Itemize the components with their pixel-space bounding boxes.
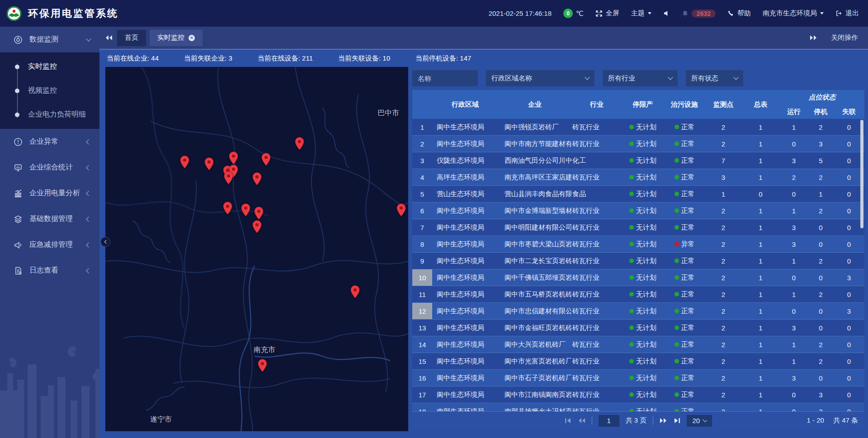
table-row[interactable]: 4高坪生态环境局南充市高坪区王家店建砖瓦行业无计划正常31220 — [412, 169, 864, 186]
sidebar-group-0[interactable]: 数据监测 — [0, 27, 99, 52]
prev-page-button[interactable] — [578, 418, 585, 424]
notification-badge: 2632 — [692, 9, 716, 18]
fullscreen-icon — [595, 10, 603, 17]
sidebar-group-4[interactable]: 基础数据管理 — [0, 206, 99, 232]
status-filter-select[interactable]: 所有状态 — [686, 70, 743, 86]
cell-industry: 砖瓦行业 — [571, 320, 622, 336]
notifications[interactable]: 2632 — [682, 9, 716, 18]
table-row[interactable]: 10阆中生态环境局阆中千佛镇五郎垭页岩砖瓦行业无计划正常21003 — [412, 269, 864, 286]
table-row[interactable]: 9阆中生态环境局阆中市二龙长宝页岩砖砖瓦行业无计划正常21120 — [412, 253, 864, 269]
header-toolbar: 2021-02-25 17:46:18 0 ℃ 全屏 主题 — [489, 9, 859, 18]
sidebar-group-3[interactable]: 企业用电量分析 — [0, 180, 99, 206]
tabs-scroll-left-button[interactable] — [105, 35, 113, 41]
table-row[interactable]: 3仪陇生态环境局西南油气田分公司川中化工无计划正常71350 — [412, 152, 864, 169]
close-icon[interactable]: ✕ — [189, 35, 195, 41]
cell-lost: 0 — [834, 169, 864, 185]
page-number-input[interactable]: 1 — [599, 415, 619, 427]
status-dot-green — [629, 192, 634, 196]
cell-stopped: 0 — [808, 236, 834, 252]
table-row[interactable]: 17阆中生态环境局阆中市江南镇阆南页岩砖瓦行业无计划正常21030 — [412, 386, 864, 403]
tabs-scroll-right-button[interactable] — [810, 35, 817, 41]
row-index: 7 — [412, 219, 432, 235]
sidebar-item[interactable]: 企业电力负荷明细 — [0, 103, 99, 127]
table-row[interactable]: 14阆中生态环境局阆中大兴页岩机砖厂砖瓦行业无计划正常21120 — [412, 336, 864, 353]
app-header: 环保用电监管系统 2021-02-25 17:46:18 0 ℃ 全屏 主题 — [0, 0, 868, 27]
cell-stop-status: 无计划 — [622, 186, 664, 202]
table-scrollbar[interactable] — [860, 120, 863, 228]
table-row[interactable]: 5营山生态环境局营山县润丰肉食品有限食品无计划正常10010 — [412, 186, 864, 203]
table-row[interactable]: 7阆中生态环境局阆中明阳建材有限公司砖瓦行业无计划正常21300 — [412, 219, 864, 236]
speaker-mute-button[interactable] — [663, 10, 670, 17]
map-pin-icon[interactable] — [224, 171, 233, 184]
tab-active[interactable]: 实时监控✕ — [150, 30, 203, 46]
sidebar-item[interactable]: 视频监控 — [0, 79, 99, 103]
map-pin-icon[interactable] — [254, 207, 264, 220]
cell-points: 2 — [705, 253, 741, 269]
map-pin-icon[interactable] — [396, 203, 406, 217]
cell-run: 3 — [780, 370, 808, 386]
sidebar-group-6[interactable]: 日志查看 — [0, 258, 99, 283]
page-size-select[interactable]: 20 — [687, 415, 712, 427]
cell-stop-status: 无计划 — [622, 203, 664, 219]
table-row[interactable]: 1阆中生态环境局阆中强锐页岩砖厂砖瓦行业无计划正常21120 — [412, 119, 864, 136]
map-pin-icon[interactable] — [252, 220, 262, 233]
map-collapse-handle[interactable] — [100, 237, 110, 247]
region-filter-select[interactable]: 行政区域名称 — [486, 70, 594, 86]
cell-points: 2 — [705, 203, 741, 219]
status-dot-green — [629, 208, 634, 213]
map-pin-icon[interactable] — [241, 203, 250, 217]
cell-points: 2 — [705, 320, 741, 336]
first-page-button[interactable] — [565, 418, 571, 424]
filter-bar: 行政区域名称 所有行业 所有状态 — [412, 70, 864, 86]
cell-meters: 1 — [741, 152, 780, 169]
cell-company: 阆中市光富页岩机砖厂 — [498, 353, 571, 369]
status-bar: 当前在线企业: 44当前失联企业: 3当前在线设备: 211当前失联设备: 10… — [99, 50, 868, 67]
cell-run: 3 — [780, 152, 808, 169]
industry-filter-select[interactable]: 所有行业 — [603, 70, 678, 86]
row-index: 13 — [412, 320, 432, 336]
map-pin-icon[interactable] — [229, 151, 238, 165]
map-pin-icon[interactable] — [295, 137, 304, 150]
cell-facility-status: 正常 — [664, 386, 705, 403]
fullscreen-button[interactable]: 全屏 — [595, 9, 619, 18]
cell-company: 阆中千佛镇五郎垭页岩 — [498, 269, 571, 286]
status-stat: 当前在线企业: 44 — [107, 54, 159, 63]
tab-home[interactable]: 首页 — [117, 30, 146, 46]
map-pin-icon[interactable] — [252, 172, 262, 185]
table-row[interactable]: 8阆中生态环境局阆中市枣碧大梁山页岩砖瓦行业无计划异常21300 — [412, 236, 864, 253]
sidebar-group-2[interactable]: 企业综合统计 — [0, 155, 99, 180]
cell-region: 营山生态环境局 — [432, 186, 498, 202]
last-page-button[interactable] — [674, 418, 680, 424]
map-pin-icon[interactable] — [180, 155, 189, 169]
cell-stopped: 2 — [808, 286, 834, 302]
table-row[interactable]: 2阆中生态环境局阆中市南方节能建材有砖瓦行业无计划正常21030 — [412, 136, 864, 152]
total-pages-label: 共 3 页 — [626, 416, 647, 425]
name-filter-input[interactable] — [418, 75, 472, 82]
map-pin-icon[interactable] — [258, 359, 267, 372]
map-pin-icon[interactable] — [261, 153, 271, 166]
stat-label: 当前停机设备: — [415, 54, 460, 62]
cell-lost: 0 — [834, 370, 864, 386]
map-pin-icon[interactable] — [350, 285, 360, 298]
table-row[interactable]: 12阆中生态环境局阆中市忠信建材有限公砖瓦行业无计划正常21003 — [412, 303, 864, 320]
table-row[interactable]: 6阆中生态环境局阆中市金博瑞新型墙材砖瓦行业无计划正常21120 — [412, 203, 864, 219]
table-row[interactable]: 16阆中生态环境局阆中市石子页岩机砖厂砖瓦行业无计划正常21300 — [412, 370, 864, 386]
theme-dropdown[interactable]: 主题 — [631, 9, 651, 18]
help-button[interactable]: 帮助 — [727, 9, 751, 18]
col-region: 行政区域 — [432, 90, 498, 119]
sidebar-group-5[interactable]: 应急减排管理 — [0, 232, 99, 258]
bell-icon — [682, 10, 689, 17]
next-page-button[interactable] — [660, 418, 667, 424]
sidebar-group-1[interactable]: 企业异常 — [0, 129, 99, 155]
close-operations-button[interactable]: 关闭操作 — [831, 33, 858, 42]
sidebar-item[interactable]: 实时监控 — [0, 55, 99, 79]
table-row[interactable]: 13阆中生态环境局阆中市金福旺页岩机砖砖瓦行业无计划正常21300 — [412, 320, 864, 336]
table-row[interactable]: 15阆中生态环境局阆中市光富页岩机砖厂砖瓦行业无计划正常21120 — [412, 353, 864, 370]
org-dropdown[interactable]: 南充市生态环境局 — [763, 9, 824, 18]
logout-button[interactable]: 退出 — [835, 9, 859, 18]
map-panel[interactable]: 巴中市南充市遂宁市 — [105, 67, 408, 431]
table-row[interactable]: 11阆中生态环境局阆中市五马桥页岩机砖砖瓦行业无计划正常21120 — [412, 286, 864, 303]
cell-stop-status: 无计划 — [622, 353, 664, 369]
map-pin-icon[interactable] — [223, 202, 232, 215]
map-pin-icon[interactable] — [204, 157, 214, 170]
